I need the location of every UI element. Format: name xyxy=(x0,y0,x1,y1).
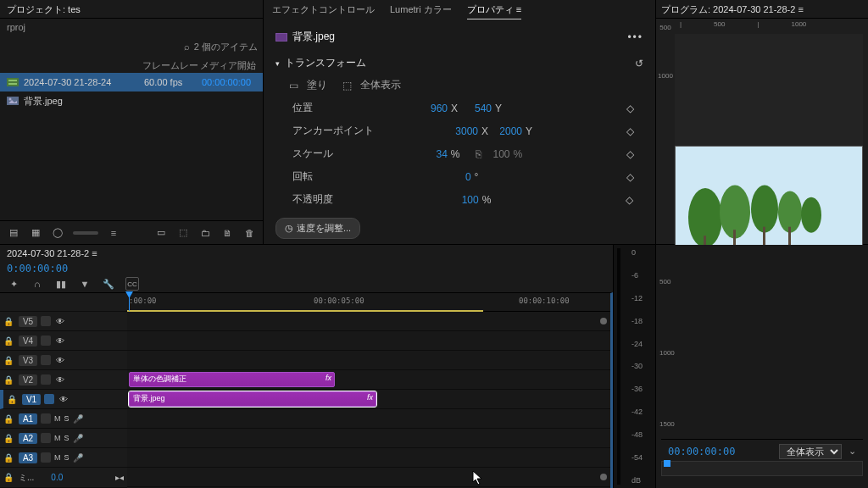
lock-icon[interactable]: 🔒 xyxy=(3,434,15,443)
sequence-icon xyxy=(5,76,20,88)
master-value[interactable]: 0.0 xyxy=(51,473,63,482)
svg-point-11 xyxy=(778,191,802,233)
tab-lumetri[interactable]: Lumetri カラー xyxy=(390,3,452,19)
zoom-slider[interactable] xyxy=(73,231,98,235)
lock-icon[interactable]: 🔒 xyxy=(3,414,15,424)
lock-icon[interactable]: 🔒 xyxy=(7,395,19,404)
lock-icon[interactable]: 🔒 xyxy=(3,317,15,326)
link-icon[interactable]: ⎘ xyxy=(476,148,481,160)
track-v2[interactable]: 🔒V2👁 xyxy=(0,370,127,390)
chevron-down-icon[interactable]: ⌄ xyxy=(849,446,856,457)
lock-icon[interactable]: 🔒 xyxy=(3,356,15,365)
settings-icon[interactable]: 🔧 xyxy=(102,277,115,291)
anchor-y[interactable]: 2000 xyxy=(498,125,522,137)
track-v1[interactable]: 🔒V1👁 xyxy=(0,390,127,409)
clip-v2[interactable]: 単体の色調補正fx xyxy=(129,372,335,387)
lock-icon[interactable]: 🔒 xyxy=(3,473,15,482)
lock-icon[interactable]: 🔒 xyxy=(3,453,15,463)
keyframe-icon[interactable]: ◇ xyxy=(623,125,637,137)
col-media-start[interactable]: メディア開始 xyxy=(200,59,256,71)
track-v3[interactable]: 🔒V3👁 xyxy=(0,351,127,370)
position-x[interactable]: 960 xyxy=(424,103,448,114)
new-bin-icon[interactable]: 🗀 xyxy=(198,226,212,240)
ruler-vertical: 50010001500 xyxy=(659,247,675,459)
project-item[interactable]: 背景.jpeg xyxy=(0,92,263,110)
marker-icon[interactable]: ▼ xyxy=(78,277,92,291)
scroll-handle[interactable] xyxy=(600,318,607,324)
sort-icon[interactable]: ≡ xyxy=(107,226,120,240)
snap-icon[interactable]: ✦ xyxy=(7,277,20,291)
track-a3[interactable]: 🔒A3MS🎤 xyxy=(0,448,127,468)
fill-icon[interactable]: ▭ xyxy=(289,80,298,92)
panel-menu-icon[interactable]: ••• xyxy=(627,31,643,43)
new-item-icon[interactable]: 🗎 xyxy=(220,226,234,240)
mic-icon[interactable]: 🎤 xyxy=(73,453,83,463)
expand-icon[interactable]: ▸◂ xyxy=(115,473,124,482)
track-master[interactable]: 🔒ミ...0.0▸◂ xyxy=(0,468,127,488)
program-canvas[interactable] xyxy=(675,34,863,241)
playhead-thumb[interactable] xyxy=(664,460,670,467)
lock-icon[interactable]: 🔒 xyxy=(3,375,15,385)
project-file-row: rproj xyxy=(0,19,263,36)
track-a2[interactable]: 🔒A2MS🎤 xyxy=(0,429,127,448)
speed-button[interactable]: ◷ 速度を調整... xyxy=(275,218,360,239)
svg-rect-1 xyxy=(8,80,17,81)
keyframe-icon[interactable]: ◇ xyxy=(623,171,637,183)
eye-icon[interactable]: 👁 xyxy=(54,336,66,346)
program-title: プログラム: 2024-07-30 21-28-2 ≡ xyxy=(656,0,868,19)
chevron-down-icon[interactable]: ▾ xyxy=(275,59,280,68)
project-item[interactable]: 2024-07-30 21-28-24 60.00 fps 00:00:00:0… xyxy=(0,73,263,92)
rotation-label: 回転 xyxy=(289,169,313,184)
timeline-tracks[interactable]: :00:00 00:00:05:00 00:00:10:00 単体の色調補正fx… xyxy=(127,293,610,488)
rotation-value[interactable]: 0 xyxy=(448,171,471,183)
lock-icon[interactable]: 🔒 xyxy=(3,336,15,346)
clip-v1[interactable]: 背景.jpegfx xyxy=(129,391,376,407)
scroll-handle[interactable] xyxy=(600,474,607,480)
search-icon[interactable]: ⌕ xyxy=(181,40,194,53)
transform-section-label[interactable]: トランスフォーム xyxy=(285,56,366,70)
item-name: 背景.jpeg xyxy=(24,95,144,108)
eye-icon[interactable]: 👁 xyxy=(54,317,66,326)
track-a1[interactable]: 🔒A1MS🎤 xyxy=(0,409,127,429)
scale-value[interactable]: 34 xyxy=(424,148,448,160)
auto-seq-icon[interactable]: ▭ xyxy=(154,226,168,240)
ruler-vertical: 500 1000 xyxy=(656,19,675,244)
track-v4[interactable]: 🔒V4👁 xyxy=(0,331,127,351)
tab-properties[interactable]: プロパティ ≡ xyxy=(467,3,521,19)
list-view-icon[interactable]: ▤ xyxy=(7,226,20,240)
reset-icon[interactable]: ↺ xyxy=(635,58,643,69)
delete-icon[interactable]: 🗑 xyxy=(242,226,256,240)
time-ruler[interactable]: :00:00 00:00:05:00 00:00:10:00 xyxy=(127,293,610,312)
eye-icon[interactable]: 👁 xyxy=(58,395,70,404)
keyframe-icon[interactable]: ◇ xyxy=(623,148,637,160)
timeline-timecode[interactable]: 0:00:00:00 xyxy=(7,263,68,274)
markers-icon[interactable]: ▮▮ xyxy=(54,277,68,291)
cc-icon[interactable]: CC xyxy=(125,277,139,291)
clip-type-icon xyxy=(275,33,287,42)
freeform-icon[interactable]: ◯ xyxy=(51,226,64,240)
find-icon[interactable]: ⬚ xyxy=(176,226,190,240)
opacity-value[interactable]: 100 xyxy=(455,194,479,206)
item-framerate: 60.00 fps xyxy=(144,77,202,87)
eye-icon[interactable]: 👁 xyxy=(54,356,66,365)
project-item-list: 2024-07-30 21-28-24 60.00 fps 00:00:00:0… xyxy=(0,73,263,220)
fit-label[interactable]: 全体表示 xyxy=(360,78,401,92)
fit-icon[interactable]: ⬚ xyxy=(342,80,352,92)
playhead[interactable] xyxy=(129,293,130,311)
mic-icon[interactable]: 🎤 xyxy=(73,414,83,424)
keyframe-icon[interactable]: ◇ xyxy=(623,194,637,206)
eye-icon[interactable]: 👁 xyxy=(54,375,66,385)
tab-effect-controls[interactable]: エフェクトコントロール xyxy=(272,3,375,19)
col-framerate[interactable]: フレームレート xyxy=(142,59,200,71)
anchor-x[interactable]: 3000 xyxy=(454,125,478,137)
keyframe-icon[interactable]: ◇ xyxy=(623,103,637,114)
track-v5[interactable]: 🔒V5👁 xyxy=(0,312,127,331)
icon-view-icon[interactable]: ▦ xyxy=(29,226,42,240)
fill-label[interactable]: 塗り xyxy=(307,78,327,92)
mic-icon[interactable]: 🎤 xyxy=(73,434,83,443)
program-scrub-bar[interactable] xyxy=(661,461,863,476)
program-timecode[interactable]: 00:00:00:00 xyxy=(668,446,735,458)
fit-select[interactable]: 全体表示 xyxy=(779,444,842,459)
position-y[interactable]: 540 xyxy=(468,103,492,114)
link-icon[interactable]: ∩ xyxy=(31,277,44,291)
